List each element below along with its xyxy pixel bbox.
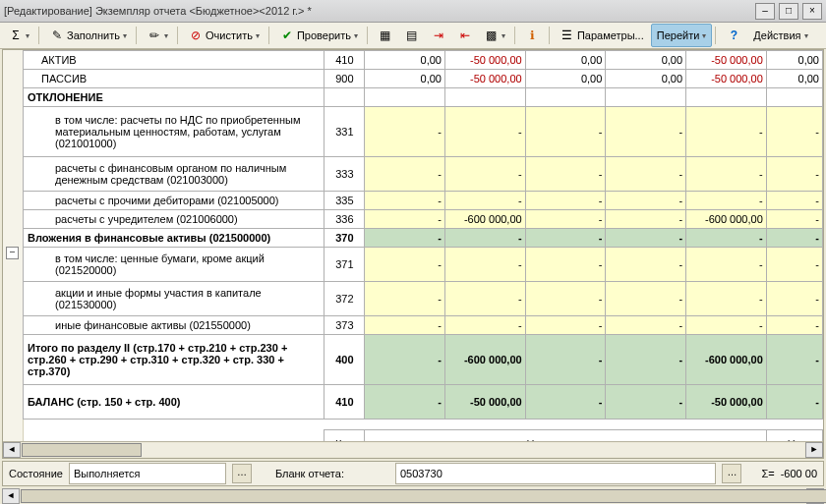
blank-field[interactable]: 0503730	[395, 463, 717, 484]
grid-hscroll[interactable]: ◄ ►	[3, 441, 823, 458]
cell[interactable]: -	[766, 157, 822, 192]
cell[interactable]	[525, 88, 606, 107]
win-hscroll-thumb[interactable]	[21, 489, 826, 503]
cell[interactable]: -	[686, 316, 767, 335]
row-desc[interactable]: ОТКЛОНЕНИЕ	[24, 88, 324, 107]
cell[interactable]: -50 000,00	[686, 385, 767, 420]
cell[interactable]: -50 000,00	[686, 70, 767, 88]
params-button[interactable]: ☰Параметры...	[555, 24, 650, 47]
goto-button[interactable]: Перейти▾	[651, 24, 713, 47]
cell[interactable]: -600 000,00	[444, 335, 525, 385]
row-code[interactable]: 370	[324, 229, 365, 248]
row-desc[interactable]: в том числе: расчеты по НДС по приобрете…	[24, 107, 324, 157]
row-code[interactable]: 410	[324, 385, 365, 420]
cell[interactable]: -50 000,00	[444, 51, 525, 70]
tree-collapse-node[interactable]: –	[6, 247, 19, 259]
cell[interactable]: -	[444, 107, 525, 157]
info-button[interactable]: ℹ	[520, 24, 546, 47]
cell[interactable]	[686, 88, 767, 107]
hscroll-left[interactable]: ◄	[3, 442, 21, 458]
cell[interactable]	[444, 88, 525, 107]
cell[interactable]: 0,00	[365, 51, 445, 70]
cell[interactable]: -	[606, 107, 686, 157]
cell[interactable]: 0,00	[606, 70, 686, 88]
row-desc[interactable]: ПАССИВ	[24, 70, 324, 88]
row-code[interactable]: 400	[324, 335, 365, 385]
win-hscroll-left[interactable]: ◄	[2, 488, 20, 504]
cell[interactable]: -	[444, 157, 525, 192]
row-code[interactable]: 336	[324, 210, 365, 229]
cell[interactable]: -	[766, 316, 822, 335]
cell[interactable]: -	[766, 385, 822, 420]
cell[interactable]: -	[606, 229, 686, 248]
check-button[interactable]: ✔Проверить▾	[274, 24, 364, 47]
cell[interactable]: -	[444, 192, 525, 210]
row-code[interactable]	[324, 88, 365, 107]
cell[interactable]: -	[525, 229, 606, 248]
row-code[interactable]: 371	[324, 248, 365, 282]
cell[interactable]	[766, 88, 822, 107]
hscroll-track[interactable]	[22, 443, 804, 457]
cell[interactable]: -	[766, 335, 822, 385]
cell[interactable]: -	[365, 107, 445, 157]
cell[interactable]: -	[525, 385, 606, 420]
cell[interactable]: -	[686, 192, 767, 210]
cell[interactable]: -600 000,00	[686, 335, 767, 385]
cell[interactable]: -	[766, 192, 822, 210]
row-code[interactable]: 900	[324, 70, 365, 88]
collapse-button[interactable]: ⇥	[426, 24, 451, 47]
row-desc[interactable]: расчеты с прочими дебиторами (021005000)	[24, 192, 324, 210]
cell[interactable]: -	[766, 248, 822, 282]
cell[interactable]: -	[365, 229, 445, 248]
row-code[interactable]: 410	[324, 51, 365, 70]
cell[interactable]: -	[606, 335, 686, 385]
cell[interactable]: -	[766, 229, 822, 248]
sigma-button[interactable]: Σ▾	[3, 24, 35, 47]
layout2-button[interactable]: ▤	[399, 24, 425, 47]
cell[interactable]: -	[525, 210, 606, 229]
row-desc[interactable]: в том числе: ценные бумаги, кроме акций …	[24, 248, 324, 282]
cell[interactable]: -	[525, 335, 606, 385]
cell[interactable]: -	[365, 282, 445, 316]
close-button[interactable]: ×	[802, 3, 822, 20]
cell[interactable]: -	[444, 282, 525, 316]
cell[interactable]: -	[444, 248, 525, 282]
cell[interactable]: 0,00	[766, 70, 822, 88]
grid-button[interactable]: ▩▾	[479, 24, 511, 47]
row-desc[interactable]: Итого по разделу II (стр.170 + стр.210 +…	[24, 335, 324, 385]
row-desc[interactable]: расчеты с финансовым органом по наличным…	[24, 157, 324, 192]
cell[interactable]: 0,00	[365, 70, 445, 88]
row-code[interactable]: 373	[324, 316, 365, 335]
actions-button[interactable]: Действия▾	[747, 24, 813, 47]
cell[interactable]: 0,00	[525, 51, 606, 70]
cell[interactable]: -	[686, 248, 767, 282]
hscroll-thumb[interactable]	[22, 443, 142, 457]
cell[interactable]: -	[686, 229, 767, 248]
cell[interactable]: -	[365, 210, 445, 229]
cell[interactable]: -	[606, 282, 686, 316]
row-code[interactable]: 331	[324, 107, 365, 157]
cell[interactable]: -	[365, 385, 445, 420]
cell[interactable]: -	[606, 248, 686, 282]
cell[interactable]: -600 000,00	[686, 210, 767, 229]
brush-button[interactable]: ✏▾	[142, 24, 174, 47]
cell[interactable]: -	[766, 282, 822, 316]
cell[interactable]: -	[606, 210, 686, 229]
row-desc[interactable]: иные финансовые активы (021550000)	[24, 316, 324, 335]
minimize-button[interactable]: –	[755, 3, 775, 20]
cell[interactable]: -50 000,00	[686, 51, 767, 70]
cell[interactable]	[365, 88, 445, 107]
row-code[interactable]: 333	[324, 157, 365, 192]
cell[interactable]: -	[525, 316, 606, 335]
cell[interactable]: -	[365, 248, 445, 282]
cell[interactable]: -	[365, 157, 445, 192]
row-desc[interactable]: Вложения в финансовые активы (021500000)	[24, 229, 324, 248]
maximize-button[interactable]: □	[779, 3, 798, 20]
row-desc[interactable]: АКТИВ	[24, 51, 324, 70]
cell[interactable]: -	[525, 157, 606, 192]
cell[interactable]: 0,00	[606, 51, 686, 70]
cell[interactable]: -	[606, 192, 686, 210]
cell[interactable]: -	[444, 316, 525, 335]
window-hscroll[interactable]: ◄ ►	[2, 488, 824, 504]
help-button[interactable]: ?	[721, 24, 746, 47]
